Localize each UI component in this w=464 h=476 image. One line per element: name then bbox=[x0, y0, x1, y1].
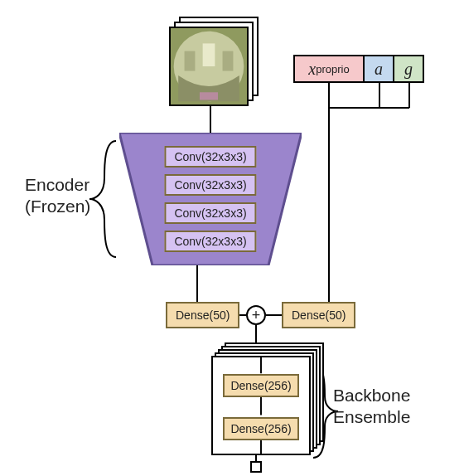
encoder-label: Encoder (Frozen) bbox=[25, 174, 90, 218]
encoder-label-line1: Encoder bbox=[25, 174, 90, 196]
svg-rect-17 bbox=[200, 92, 218, 100]
conv-layer-3: Conv(32x3x3) bbox=[164, 231, 256, 252]
conv-layer-2: Conv(32x3x3) bbox=[164, 202, 256, 224]
dense-50-vector-branch: Dense(50) bbox=[282, 302, 355, 328]
x-subscript: proprio bbox=[316, 63, 349, 75]
dense-50-image-branch: Dense(50) bbox=[166, 302, 239, 328]
input-a: a bbox=[365, 55, 394, 83]
backbone-label-line1: Backbone bbox=[333, 385, 410, 406]
conv-layer-1: Conv(32x3x3) bbox=[164, 174, 256, 196]
fisheye-image-icon bbox=[171, 28, 247, 104]
input-g: g bbox=[394, 55, 424, 83]
ensemble-card-front: Dense(256) Dense(256) bbox=[211, 356, 311, 455]
input-image-frame-front bbox=[169, 27, 249, 106]
svg-rect-15 bbox=[223, 51, 234, 71]
backbone-label-line2: Ensemble bbox=[333, 406, 410, 428]
merge-add: + bbox=[246, 305, 266, 325]
output-scalar bbox=[250, 461, 262, 473]
architecture-diagram: xproprio a g Conv(32x3x3) Conv(32x3x3) C… bbox=[0, 0, 464, 476]
x-var: x bbox=[308, 60, 316, 79]
svg-rect-14 bbox=[185, 51, 196, 71]
encoder-label-line2: (Frozen) bbox=[25, 196, 90, 217]
svg-rect-16 bbox=[203, 43, 215, 66]
input-x-proprio: xproprio bbox=[293, 55, 365, 83]
backbone-dense-0: Dense(256) bbox=[223, 374, 299, 397]
conv-layer-0: Conv(32x3x3) bbox=[164, 146, 256, 168]
backbone-label: Backbone Ensemble bbox=[333, 385, 410, 429]
backbone-dense-1: Dense(256) bbox=[223, 417, 299, 440]
encoder-block: Conv(32x3x3) Conv(32x3x3) Conv(32x3x3) C… bbox=[119, 133, 302, 265]
